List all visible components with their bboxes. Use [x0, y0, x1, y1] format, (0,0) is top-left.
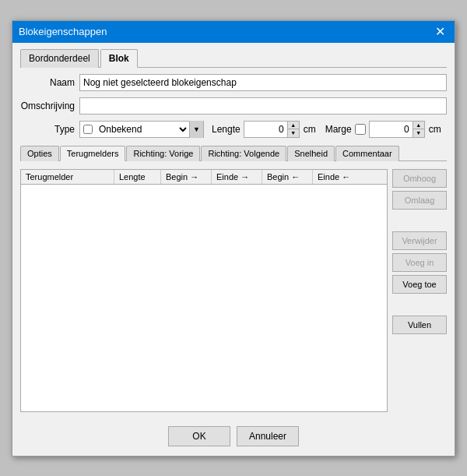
- marge-spin-up[interactable]: ▲: [413, 122, 424, 129]
- type-checkbox[interactable]: [83, 125, 93, 134]
- table-body: [21, 185, 387, 411]
- lengte-spin-up[interactable]: ▲: [288, 122, 299, 129]
- col-header-begin-r: Begin →: [161, 170, 212, 184]
- marge-cm: cm: [429, 124, 441, 135]
- voeg-toe-button[interactable]: Voeg toe: [392, 275, 447, 294]
- table-area: Terugmelder Lengte Begin → Einde → Begin…: [20, 169, 388, 412]
- marge-spin-buttons: ▲ ▼: [413, 122, 424, 137]
- type-dropdown-btn[interactable]: ▼: [189, 121, 203, 138]
- type-select-wrap: Onbekend ▼: [79, 121, 204, 138]
- marge-checkbox[interactable]: [355, 124, 366, 135]
- lengte-label: Lengte: [212, 124, 241, 135]
- type-select[interactable]: Onbekend: [96, 122, 189, 137]
- type-row: Type Onbekend ▼ Lengte ▲ ▼ cm: [20, 121, 447, 138]
- dialog-window: Blokeigenschappen ✕ Bordonderdeel Blok N…: [12, 20, 455, 457]
- vullen-button[interactable]: Vullen: [392, 316, 447, 334]
- marge-label: Marge: [325, 124, 352, 135]
- naam-row: Naam: [20, 74, 447, 91]
- lengte-section: Lengte ▲ ▼ cm: [212, 121, 316, 138]
- omschrijving-label: Omschrijving: [20, 100, 75, 111]
- lengte-spin-wrap: ▲ ▼: [244, 121, 300, 138]
- omlaag-button[interactable]: Omlaag: [392, 191, 447, 210]
- type-label: Type: [20, 124, 75, 135]
- ok-button[interactable]: OK: [168, 426, 230, 446]
- naam-input[interactable]: [79, 74, 447, 91]
- tab-commentaar[interactable]: Commentaar: [335, 146, 399, 161]
- table-header: Terugmelder Lengte Begin → Einde → Begin…: [21, 170, 387, 185]
- title-bar: Blokeigenschappen ✕: [12, 21, 455, 43]
- lengte-cm: cm: [304, 124, 316, 135]
- omhoog-button[interactable]: Omhoog: [392, 169, 447, 188]
- dialog-title: Blokeigenschappen: [19, 26, 107, 37]
- tab-bordonderdeel[interactable]: Bordonderdeel: [20, 49, 99, 68]
- close-button[interactable]: ✕: [432, 26, 448, 38]
- top-tabs: Bordonderdeel Blok: [20, 49, 447, 68]
- marge-spin-down[interactable]: ▼: [413, 129, 424, 137]
- annuleer-button[interactable]: Annuleer: [237, 426, 299, 446]
- lengte-spin-down[interactable]: ▼: [288, 129, 299, 137]
- omschrijving-input[interactable]: [79, 97, 447, 115]
- tab-richting-vorige[interactable]: Richting: Vorige: [126, 146, 200, 161]
- tab-richting-volgende[interactable]: Richting: Volgende: [201, 146, 286, 161]
- col-header-einde-r: Einde →: [212, 170, 262, 184]
- dialog-body: Bordonderdeel Blok Naam Omschrijving Typ…: [12, 43, 455, 418]
- col-header-lengte: Lengte: [114, 170, 161, 184]
- col-header-begin-l: Begin ←: [262, 170, 313, 184]
- voeg-in-button[interactable]: Voeg in: [392, 253, 447, 272]
- tab-opties[interactable]: Opties: [20, 146, 59, 161]
- col-header-einde-l: Einde ←: [313, 170, 363, 184]
- marge-section: Marge ▲ ▼ cm: [325, 121, 441, 138]
- tab-snelheid[interactable]: Snelheid: [287, 146, 335, 161]
- marge-spin-wrap: ▲ ▼: [369, 121, 425, 138]
- main-area: Terugmelder Lengte Begin → Einde → Begin…: [20, 169, 447, 412]
- naam-label: Naam: [20, 77, 75, 88]
- lengte-input[interactable]: [244, 122, 287, 137]
- inner-tabs: Opties Terugmelders Richting: Vorige Ric…: [20, 146, 447, 161]
- lengte-spin-buttons: ▲ ▼: [287, 122, 299, 137]
- title-bar-left: Blokeigenschappen: [19, 26, 107, 37]
- verwijder-button[interactable]: Verwijder: [392, 231, 447, 250]
- dialog-footer: OK Annuleer: [12, 418, 455, 456]
- side-buttons: Omhoog Omlaag Verwijder Voeg in Voeg toe…: [392, 169, 447, 412]
- tab-terugmelders[interactable]: Terugmelders: [60, 146, 126, 161]
- omschrijving-row: Omschrijving: [20, 97, 447, 115]
- col-header-terugmelder: Terugmelder: [21, 170, 114, 184]
- marge-input[interactable]: [370, 122, 413, 137]
- tab-blok[interactable]: Blok: [100, 49, 138, 68]
